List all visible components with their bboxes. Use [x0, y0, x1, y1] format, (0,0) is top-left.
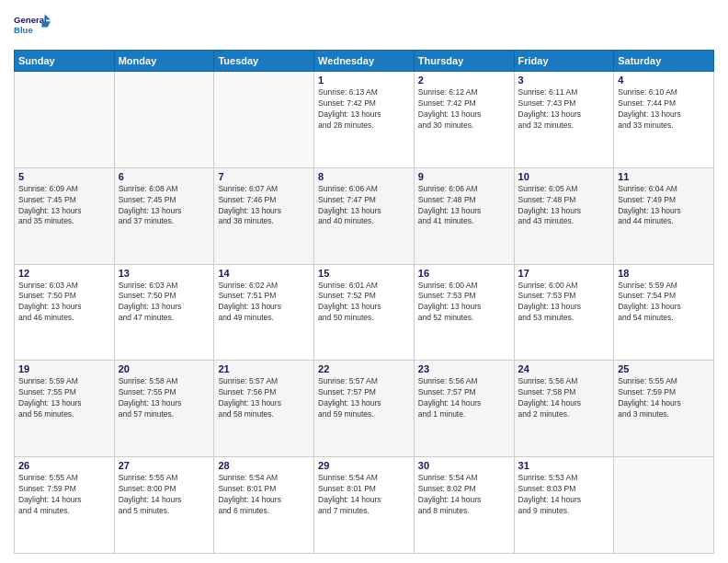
day-number: 14	[218, 268, 310, 279]
empty-cell	[214, 72, 314, 168]
calendar-day-10: 10Sunrise: 6:05 AM Sunset: 7:48 PM Dayli…	[514, 167, 614, 264]
calendar-day-11: 11Sunrise: 6:04 AM Sunset: 7:49 PM Dayli…	[614, 167, 714, 264]
calendar-day-15: 15Sunrise: 6:01 AM Sunset: 7:52 PM Dayli…	[314, 264, 415, 361]
calendar-day-19: 19Sunrise: 5:59 AM Sunset: 7:55 PM Dayli…	[15, 361, 115, 457]
svg-marker-3	[41, 21, 51, 27]
day-number: 25	[618, 363, 710, 374]
day-info: Sunrise: 6:00 AM Sunset: 7:53 PM Dayligh…	[518, 281, 610, 325]
calendar-day-5: 5Sunrise: 6:09 AM Sunset: 7:45 PM Daylig…	[15, 167, 115, 264]
day-info: Sunrise: 6:06 AM Sunset: 7:48 PM Dayligh…	[418, 184, 510, 228]
day-number: 7	[218, 171, 310, 182]
logo: General Blue	[14, 9, 51, 42]
calendar-day-17: 17Sunrise: 6:00 AM Sunset: 7:53 PM Dayli…	[514, 264, 614, 361]
calendar-day-21: 21Sunrise: 5:57 AM Sunset: 7:56 PM Dayli…	[214, 361, 314, 457]
header-day-friday: Friday	[514, 51, 614, 72]
empty-cell	[114, 72, 214, 168]
day-info: Sunrise: 6:01 AM Sunset: 7:52 PM Dayligh…	[318, 281, 410, 325]
calendar-day-3: 3Sunrise: 6:11 AM Sunset: 7:43 PM Daylig…	[514, 72, 614, 168]
calendar-table: SundayMondayTuesdayWednesdayThursdayFrid…	[14, 50, 714, 554]
day-number: 4	[618, 75, 710, 86]
svg-marker-2	[45, 14, 51, 19]
day-info: Sunrise: 6:03 AM Sunset: 7:50 PM Dayligh…	[18, 281, 110, 325]
day-number: 5	[18, 171, 110, 182]
day-number: 6	[119, 171, 210, 182]
day-info: Sunrise: 6:08 AM Sunset: 7:45 PM Dayligh…	[119, 184, 210, 228]
day-info: Sunrise: 5:56 AM Sunset: 7:58 PM Dayligh…	[518, 376, 610, 420]
calendar-day-27: 27Sunrise: 5:55 AM Sunset: 8:00 PM Dayli…	[114, 457, 214, 554]
calendar-header-row: SundayMondayTuesdayWednesdayThursdayFrid…	[15, 51, 714, 72]
day-info: Sunrise: 5:55 AM Sunset: 7:59 PM Dayligh…	[618, 376, 710, 420]
day-info: Sunrise: 6:11 AM Sunset: 7:43 PM Dayligh…	[518, 87, 610, 132]
day-info: Sunrise: 5:57 AM Sunset: 7:56 PM Dayligh…	[218, 376, 310, 420]
day-number: 12	[18, 268, 110, 279]
calendar-day-8: 8Sunrise: 6:06 AM Sunset: 7:47 PM Daylig…	[314, 167, 415, 264]
day-number: 13	[119, 268, 210, 279]
day-info: Sunrise: 5:54 AM Sunset: 8:01 PM Dayligh…	[218, 473, 310, 517]
day-number: 18	[618, 268, 710, 279]
day-number: 22	[318, 363, 410, 374]
day-number: 3	[518, 75, 610, 86]
header-day-saturday: Saturday	[614, 51, 714, 72]
header-day-tuesday: Tuesday	[214, 51, 314, 72]
day-number: 9	[418, 171, 510, 182]
day-info: Sunrise: 5:58 AM Sunset: 7:55 PM Dayligh…	[119, 376, 210, 420]
day-number: 26	[18, 460, 110, 471]
day-number: 28	[218, 460, 310, 471]
day-info: Sunrise: 6:03 AM Sunset: 7:50 PM Dayligh…	[119, 281, 210, 325]
day-number: 29	[318, 460, 410, 471]
calendar-day-24: 24Sunrise: 5:56 AM Sunset: 7:58 PM Dayli…	[514, 361, 614, 457]
calendar-day-18: 18Sunrise: 5:59 AM Sunset: 7:54 PM Dayli…	[614, 264, 714, 361]
calendar-day-29: 29Sunrise: 5:54 AM Sunset: 8:01 PM Dayli…	[314, 457, 415, 554]
header-day-monday: Monday	[114, 51, 214, 72]
calendar-day-7: 7Sunrise: 6:07 AM Sunset: 7:46 PM Daylig…	[214, 167, 314, 264]
calendar-day-1: 1Sunrise: 6:13 AM Sunset: 7:42 PM Daylig…	[314, 72, 415, 168]
day-number: 1	[318, 75, 410, 86]
calendar-day-13: 13Sunrise: 6:03 AM Sunset: 7:50 PM Dayli…	[114, 264, 214, 361]
calendar-day-14: 14Sunrise: 6:02 AM Sunset: 7:51 PM Dayli…	[214, 264, 314, 361]
day-number: 11	[618, 171, 710, 182]
day-info: Sunrise: 6:04 AM Sunset: 7:49 PM Dayligh…	[618, 184, 710, 228]
calendar-day-6: 6Sunrise: 6:08 AM Sunset: 7:45 PM Daylig…	[114, 167, 214, 264]
day-info: Sunrise: 6:00 AM Sunset: 7:53 PM Dayligh…	[418, 281, 510, 325]
day-info: Sunrise: 6:06 AM Sunset: 7:47 PM Dayligh…	[318, 184, 410, 228]
calendar-week-5: 26Sunrise: 5:55 AM Sunset: 7:59 PM Dayli…	[15, 457, 714, 554]
day-info: Sunrise: 5:59 AM Sunset: 7:55 PM Dayligh…	[18, 376, 110, 420]
day-number: 23	[418, 363, 510, 374]
calendar-week-4: 19Sunrise: 5:59 AM Sunset: 7:55 PM Dayli…	[15, 361, 714, 457]
empty-cell	[15, 72, 115, 168]
calendar-week-3: 12Sunrise: 6:03 AM Sunset: 7:50 PM Dayli…	[15, 264, 714, 361]
day-number: 16	[418, 268, 510, 279]
day-info: Sunrise: 6:12 AM Sunset: 7:42 PM Dayligh…	[418, 87, 510, 132]
header-day-thursday: Thursday	[414, 51, 514, 72]
calendar-week-2: 5Sunrise: 6:09 AM Sunset: 7:45 PM Daylig…	[15, 167, 714, 264]
calendar-day-4: 4Sunrise: 6:10 AM Sunset: 7:44 PM Daylig…	[614, 72, 714, 168]
day-info: Sunrise: 6:10 AM Sunset: 7:44 PM Dayligh…	[618, 87, 710, 132]
day-number: 27	[119, 460, 210, 471]
calendar-day-28: 28Sunrise: 5:54 AM Sunset: 8:01 PM Dayli…	[214, 457, 314, 554]
day-info: Sunrise: 5:55 AM Sunset: 7:59 PM Dayligh…	[18, 473, 110, 517]
day-number: 15	[318, 268, 410, 279]
calendar-day-23: 23Sunrise: 5:56 AM Sunset: 7:57 PM Dayli…	[414, 361, 514, 457]
calendar-day-25: 25Sunrise: 5:55 AM Sunset: 7:59 PM Dayli…	[614, 361, 714, 457]
empty-cell	[614, 457, 714, 554]
day-info: Sunrise: 6:02 AM Sunset: 7:51 PM Dayligh…	[218, 281, 310, 325]
day-info: Sunrise: 6:07 AM Sunset: 7:46 PM Dayligh…	[218, 184, 310, 228]
calendar-day-12: 12Sunrise: 6:03 AM Sunset: 7:50 PM Dayli…	[15, 264, 115, 361]
day-info: Sunrise: 5:54 AM Sunset: 8:01 PM Dayligh…	[318, 473, 410, 517]
day-info: Sunrise: 5:57 AM Sunset: 7:57 PM Dayligh…	[318, 376, 410, 420]
day-number: 21	[218, 363, 310, 374]
calendar-day-22: 22Sunrise: 5:57 AM Sunset: 7:57 PM Dayli…	[314, 361, 415, 457]
day-info: Sunrise: 6:13 AM Sunset: 7:42 PM Dayligh…	[318, 87, 410, 132]
day-info: Sunrise: 5:55 AM Sunset: 8:00 PM Dayligh…	[119, 473, 210, 517]
day-info: Sunrise: 5:56 AM Sunset: 7:57 PM Dayligh…	[418, 376, 510, 420]
calendar-day-31: 31Sunrise: 5:53 AM Sunset: 8:03 PM Dayli…	[514, 457, 614, 554]
day-info: Sunrise: 5:59 AM Sunset: 7:54 PM Dayligh…	[618, 281, 710, 325]
day-info: Sunrise: 5:53 AM Sunset: 8:03 PM Dayligh…	[518, 473, 610, 517]
day-number: 17	[518, 268, 610, 279]
day-number: 24	[518, 363, 610, 374]
day-number: 2	[418, 75, 510, 86]
day-number: 8	[318, 171, 410, 182]
page: General Blue SundayMondayTuesdayWednesda…	[0, 0, 728, 563]
calendar-day-2: 2Sunrise: 6:12 AM Sunset: 7:42 PM Daylig…	[414, 72, 514, 168]
day-number: 20	[119, 363, 210, 374]
